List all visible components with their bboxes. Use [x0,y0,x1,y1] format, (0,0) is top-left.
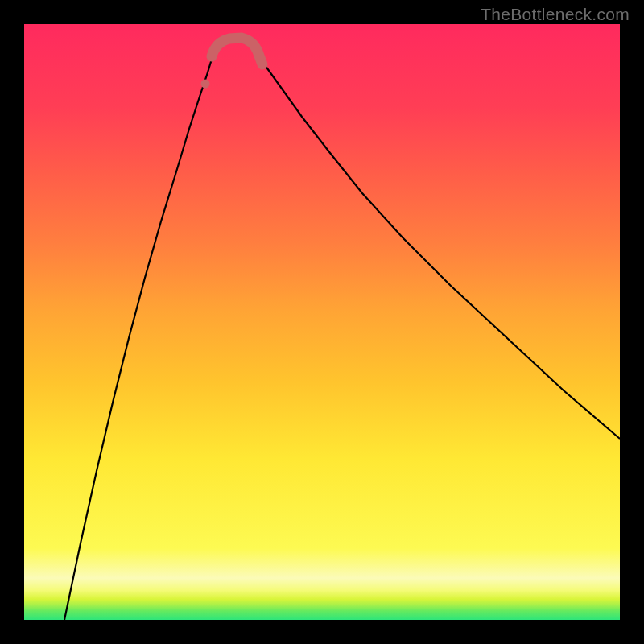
curve-svg [24,24,620,620]
right-curve [251,47,620,439]
left-curve [64,47,216,620]
left-dot-marker [201,80,210,89]
plot-area [24,24,620,620]
watermark-text: TheBottleneck.com [481,5,630,24]
valley-arc-marker [212,38,262,64]
